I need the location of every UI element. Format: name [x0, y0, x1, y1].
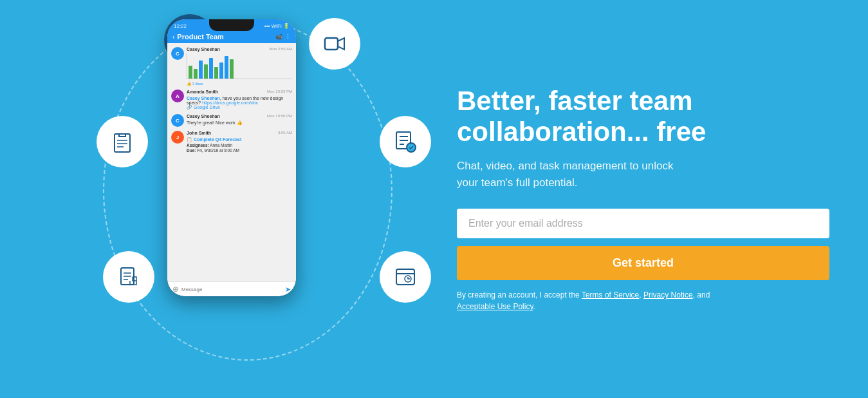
- phone-screen: 12:22 ▪▪▪ WiFi 🔋 ‹ Product Team 📹 ⋮ C: [167, 19, 296, 296]
- video-icon: [323, 32, 346, 55]
- channel-name: Product Team: [177, 33, 273, 41]
- phone-frame: 12:22 ▪▪▪ WiFi 🔋 ‹ Product Team 📹 ⋮ C: [167, 19, 296, 296]
- clipboard-circle: [97, 116, 148, 167]
- subheadline: Chat, video, and task management to unlo…: [457, 158, 829, 191]
- avatar-amanda: A: [171, 90, 184, 102]
- bubble-casey-2: Casey Sheehan Mon 10:56 PM They're great…: [187, 114, 292, 126]
- msg-time-3: Mon 10:56 PM: [267, 114, 292, 118]
- avatar-casey: C: [171, 47, 184, 60]
- chat-message-2: A Amanda Smith Mon 10:53 PM Casey Sheeha…: [171, 90, 292, 110]
- avatar-casey-2: C: [171, 114, 184, 127]
- msg-text-amanda: Casey Sheehan, have you seen the new des…: [187, 96, 292, 105]
- left-section: Team chat: [0, 0, 418, 398]
- msg-time-2: Mon 10:53 PM: [267, 90, 292, 94]
- task-assignees: Assignees: Anna Martin: [187, 143, 292, 147]
- add-icon: ⊕: [172, 285, 179, 294]
- task-circle: [380, 116, 431, 167]
- msg-text-casey-2: They're great! Nice work 👍: [187, 120, 292, 126]
- more-icon: ⋮: [285, 33, 291, 40]
- chat-content: C Casey Sheehan Mon 2:59 AM: [167, 43, 296, 281]
- phone-notch: [209, 19, 254, 31]
- terms-period: .: [533, 302, 535, 311]
- email-input[interactable]: [457, 209, 829, 238]
- svg-rect-4: [325, 38, 338, 50]
- msg-name-john: John Smith: [187, 131, 211, 135]
- bubble-casey-1: Casey Sheehan Mon 2:59 AM: [187, 47, 292, 86]
- phone-signal: ▪▪▪ WiFi 🔋: [264, 23, 290, 29]
- bubble-john: John Smith 3:05 AM 📋 Complete Q4 Forecas…: [187, 131, 292, 153]
- msg-name-casey: Casey Sheehan: [187, 47, 220, 52]
- send-icon: ➤: [285, 285, 291, 294]
- bubble-amanda: Amanda Smith Mon 10:53 PM Casey Sheehan,…: [187, 90, 292, 110]
- privacy-notice-link[interactable]: Privacy Notice: [643, 290, 693, 299]
- files-icon: [394, 265, 417, 289]
- google-drive-link: 🔗 Google Drive: [187, 105, 292, 110]
- terms-of-service-link[interactable]: Terms of Service: [582, 290, 639, 299]
- terms-and: , and: [693, 290, 710, 299]
- avatar-john: J: [171, 131, 184, 144]
- terms-text: By creating an account, I accept the Ter…: [457, 289, 829, 312]
- right-section: Better, faster team collaboration... fre…: [418, 0, 868, 398]
- files-circle: [380, 251, 431, 303]
- terms-comma: ,: [639, 290, 643, 299]
- mini-chart: [187, 53, 292, 79]
- chat-message-1: C Casey Sheehan Mon 2:59 AM: [171, 47, 292, 86]
- headline: Better, faster team collaboration... fre…: [457, 86, 829, 148]
- likes-row: 👍 3 likes: [187, 81, 292, 86]
- chat-message-4: J John Smith 3:05 AM 📋 Complete Q4 Forec…: [171, 131, 292, 153]
- chat-message-3: C Casey Sheehan Mon 10:56 PM They're gre…: [171, 114, 292, 127]
- phone-time: 12:22: [174, 23, 187, 29]
- message-input[interactable]: [181, 287, 285, 292]
- phone-nav-bar: ‹ Product Team 📹 ⋮: [167, 30, 296, 43]
- phone-input-bar[interactable]: ⊕ ➤: [167, 281, 296, 296]
- terms-prefix: By creating an account, I accept the: [457, 290, 582, 299]
- acceptable-use-link[interactable]: Acceptable Use Policy: [457, 302, 533, 311]
- phone-mockup: 12:22 ▪▪▪ WiFi 🔋 ‹ Product Team 📹 ⋮ C: [167, 19, 296, 296]
- doc-icon: [117, 265, 140, 289]
- msg-name-casey-2: Casey Sheehan: [187, 114, 220, 118]
- video-circle: [309, 18, 360, 70]
- task-icon: [394, 130, 417, 153]
- video-call-icon: 📹: [275, 33, 282, 40]
- msg-name-amanda: Amanda Smith: [187, 90, 218, 94]
- task-label: 📋 Complete Q4 Forecast: [187, 137, 292, 142]
- clipboard-icon: [111, 130, 134, 153]
- msg-time-4: 3:05 AM: [278, 131, 292, 135]
- back-icon: ‹: [172, 33, 174, 41]
- msg-time-1: Mon 2:59 AM: [270, 47, 292, 52]
- task-due: Due: Fri, 9/30/18 at 9:00 AM: [187, 148, 292, 153]
- doc-circle: [103, 251, 154, 303]
- get-started-button[interactable]: Get started: [457, 246, 829, 280]
